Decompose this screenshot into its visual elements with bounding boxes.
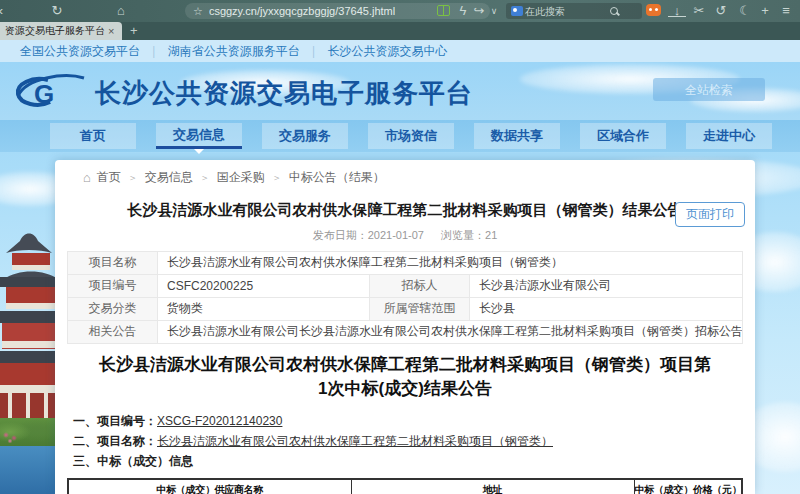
svg-text:G: G	[34, 79, 54, 109]
menu-icon[interactable]: ≡	[777, 2, 795, 20]
nav-item-about-center[interactable]: 走进中心	[686, 123, 772, 149]
back-icon[interactable]: ‹	[0, 2, 10, 20]
supplier-header: 中标（成交）供应商名称	[68, 479, 351, 494]
portal-links-bar: 全国公共资源交易平台 湖南省公共资源服务平台 长沙公共资源交易中心	[0, 40, 800, 62]
views-value: 21	[485, 229, 497, 241]
gamepad-icon[interactable]	[646, 4, 661, 16]
browser-tab[interactable]: 长沙公共资源交易电子服务平台 ×	[0, 22, 122, 40]
project-info-table: 项目名称 长沙县洁源水业有限公司农村供水保障工程第二批材料采购项目（钢管类） 项…	[67, 251, 743, 344]
flowers-image	[2, 430, 22, 444]
browser-toolbar: ‹ ↻ ⌂ ☆ csggzy.cn/jyxxgqcgzbggjg/37645.j…	[0, 0, 800, 22]
item-award-info: 三、中标（成交）信息	[73, 453, 755, 470]
item1-label: 一、项目编号：	[73, 414, 157, 428]
site-search-input[interactable]	[653, 78, 765, 101]
scissors-icon[interactable]: ✂	[690, 2, 708, 20]
jurisdiction-label: 所属管辖范围	[370, 297, 470, 320]
views-label: 浏览量：	[441, 229, 485, 241]
announcement-heading: 长沙县洁源水业有限公司农村供水保障工程第二批材料采购项目（钢管类）项目第1次中标…	[55, 344, 755, 406]
site-title: 长沙公共资源交易电子服务平台	[95, 76, 473, 111]
screenshot-root: ‹ ↻ ⌂ ☆ csggzy.cn/jyxxgqcgzbggjg/37645.j…	[0, 0, 800, 494]
nav-item-trade-info[interactable]: 交易信息	[156, 123, 242, 149]
project-name-label: 项目名称	[68, 251, 158, 274]
bookmark-star-icon[interactable]: ☆	[193, 5, 203, 18]
nav-item-market-credit[interactable]: 市场资信	[368, 123, 454, 149]
tenderer-label: 招标人	[370, 274, 470, 297]
tab-strip: 长沙公共资源交易电子服务平台 × +	[0, 22, 800, 40]
share-chevron-icon[interactable]: ∨	[485, 2, 503, 20]
table-row: 交易分类 货物类 所属管辖范围 长沙县	[68, 297, 743, 320]
table-row: 相关公告 长沙县洁源水业有限公司长沙县洁源水业有限公司农村供水保障工程第二批材料…	[68, 320, 743, 343]
water-image	[0, 444, 58, 494]
category-value: 货物类	[158, 297, 370, 320]
page-title: 长沙县洁源水业有限公司农村供水保障工程第二批材料采购项目（钢管类）结果公告	[55, 193, 755, 221]
related-notice-value: 长沙县洁源水业有限公司长沙县洁源水业有限公司农村供水保障工程第二批材料采购项目（…	[158, 320, 743, 343]
nav-item-home[interactable]: 首页	[50, 123, 136, 149]
table-row: 项目名称 长沙县洁源水业有限公司农村供水保障工程第二批材料采购项目（钢管类）	[68, 251, 743, 274]
content-panel: ⌂ 首页 交易信息 国企采购 中标公告（结果） 长沙县洁源水业有限公司农村供水保…	[55, 160, 755, 494]
publish-date-value: 2021-01-07	[368, 229, 424, 241]
reload-icon[interactable]: ↻	[48, 2, 66, 20]
new-tab-icon[interactable]: +	[130, 23, 138, 38]
pavilion-image	[0, 227, 58, 419]
site-logo: G	[12, 70, 86, 112]
project-name-value: 长沙县洁源水业有限公司农村供水保障工程第二批材料采购项目（钢管类）	[158, 251, 743, 274]
search-engine-icon	[511, 6, 523, 16]
item2-label: 二、项目名称：	[73, 434, 157, 448]
nav-item-regional-coop[interactable]: 区域合作	[580, 123, 666, 149]
link-changsha-center[interactable]: 长沙公共资源交易中心	[300, 43, 448, 60]
item1-value: XSCG-F202012140230	[157, 414, 282, 428]
home-icon[interactable]: ⌂	[112, 2, 130, 20]
table-row: 项目编号 CSFC20200225 招标人 长沙县洁源水业有限公司	[68, 274, 743, 297]
browser-chrome: ‹ ↻ ⌂ ☆ csggzy.cn/jyxxgqcgzbggjg/37645.j…	[0, 0, 800, 40]
tab-title: 长沙公共资源交易电子服务平台	[5, 24, 105, 38]
link-national-platform[interactable]: 全国公共资源交易平台	[20, 43, 140, 60]
reader-mode-icon[interactable]	[437, 5, 450, 16]
article-meta: 发布日期：2021-01-07 浏览量：21	[55, 221, 755, 251]
print-page-button[interactable]: 页面打印	[675, 202, 745, 227]
breadcrumb-award-notice[interactable]: 中标公告（结果）	[265, 169, 385, 186]
project-no-value: CSFC20200225	[158, 274, 370, 297]
award-result-table: 中标（成交）供应商名称 地址 中标（成交）价格（元） 湖南天卓管业有限公司 望城…	[67, 478, 743, 494]
project-no-label: 项目编号	[68, 274, 158, 297]
table-header-row: 中标（成交）供应商名称 地址 中标（成交）价格（元）	[68, 479, 742, 494]
nav-item-trade-service[interactable]: 交易服务	[262, 123, 348, 149]
night-mode-icon[interactable]: ☾	[736, 2, 754, 20]
category-label: 交易分类	[68, 297, 158, 320]
address-header: 地址	[351, 479, 634, 494]
quick-search-input[interactable]	[525, 6, 609, 17]
publish-date-label: 发布日期：	[313, 229, 368, 241]
history-icon[interactable]: ↺	[712, 2, 730, 20]
announcement-items: 一、项目编号：XSCG-F202012140230 二、项目名称：长沙县洁源水业…	[55, 406, 755, 475]
link-hunan-platform[interactable]: 湖南省公共资源服务平台	[140, 43, 300, 60]
breadcrumb: ⌂ 首页 交易信息 国企采购 中标公告（结果）	[55, 160, 755, 193]
quick-search-bar[interactable]	[506, 3, 642, 19]
item-project-no: 一、项目编号：XSCG-F202012140230	[73, 413, 755, 430]
tab-close-icon[interactable]: ×	[108, 25, 114, 37]
nav-item-data-share[interactable]: 数据共享	[474, 123, 560, 149]
breadcrumb-home[interactable]: 首页	[97, 169, 121, 186]
download-icon[interactable]: ↓	[668, 2, 686, 17]
magnifier-icon[interactable]	[609, 6, 620, 17]
main-nav: 首页 交易信息 交易服务 市场资信 数据共享 区域合作 走进中心	[0, 120, 800, 152]
breadcrumb-trade-info[interactable]: 交易信息	[121, 169, 193, 186]
breadcrumb-soe-procurement[interactable]: 国企采购	[193, 169, 265, 186]
price-header: 中标（成交）价格（元）	[634, 479, 742, 494]
home-icon: ⌂	[83, 170, 91, 185]
item3-label: 三、中标（成交）信息	[73, 454, 193, 468]
tenderer-value: 长沙县洁源水业有限公司	[470, 274, 743, 297]
url-text: csggzy.cn/jyxxgqcgzbggjg/37645.jhtml	[209, 5, 395, 17]
jurisdiction-value: 长沙县	[470, 297, 743, 320]
related-notice-label: 相关公告	[68, 320, 158, 343]
item2-value: 长沙县洁源水业有限公司农村供水保障工程第二批材料采购项目（钢管类）	[157, 434, 553, 448]
add-toolbar-icon[interactable]: +	[756, 2, 774, 20]
item-project-name: 二、项目名称：长沙县洁源水业有限公司农村供水保障工程第二批材料采购项目（钢管类）	[73, 433, 755, 450]
